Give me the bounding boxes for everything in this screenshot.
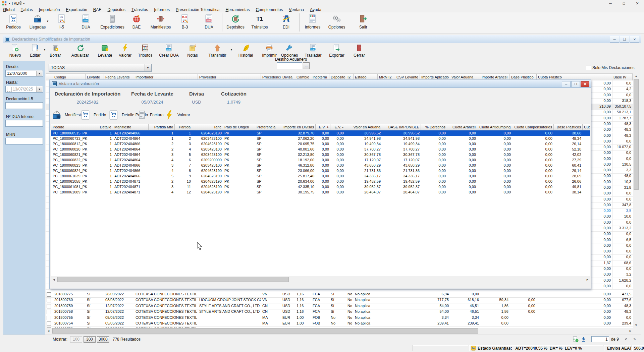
bg-column-header[interactable]: Importador	[134, 74, 198, 80]
child-close-icon[interactable]: ✕	[630, 36, 639, 43]
toolbar-item-dae[interactable]: DAE	[124, 12, 149, 33]
valoracion-row[interactable]: PC_1800061058_PK1ADT20240487121062046231…	[51, 179, 590, 184]
modal-column-header[interactable]: Taric	[192, 124, 223, 130]
child-toolbar-historial[interactable]: Historial	[232, 43, 259, 60]
menu-tr-nsitos[interactable]: Tránsitos	[128, 7, 151, 12]
toolbar-item-expediciones[interactable]: Expediciones	[100, 12, 124, 33]
toolbar-item-opciones[interactable]: Opciones	[325, 12, 349, 33]
modal-column-header[interactable]: % Derechos	[421, 124, 447, 130]
menu-exportaci-n[interactable]: Exportación	[63, 7, 90, 12]
scroll-right-icon[interactable]: ►	[585, 277, 590, 282]
menu-complementos[interactable]: Complementos	[253, 7, 286, 12]
bg-column-header[interactable]: Fecha Levante	[104, 74, 134, 80]
modal-toolbar-pedido[interactable]: Pedido	[80, 108, 106, 122]
dua-interno-input[interactable]	[5, 120, 43, 127]
child-toolbar-cerrar[interactable]: Cerrar	[349, 43, 369, 60]
child-toolbar-borrar[interactable]: Borrar	[45, 43, 65, 60]
modal-column-header[interactable]: País de Origen	[223, 124, 255, 130]
hasta-date-input[interactable]: 13/07/2025 ▼	[5, 86, 43, 93]
bg-column-header[interactable]: Incoterm	[311, 74, 329, 80]
child-toolbar-tributos[interactable]: Tributos	[135, 43, 155, 60]
valoracion-row[interactable]: PC_1800060823_PK1ADT20240486637620342310…	[51, 163, 590, 168]
modal-column-header[interactable]: Pedido	[51, 124, 98, 130]
scrollbar-thumb[interactable]	[634, 79, 639, 190]
modal-column-header[interactable]: Preferencia	[255, 124, 280, 130]
bg-column-header[interactable]: Procedencia	[261, 74, 281, 80]
solo-mis-declaraciones-checkbox[interactable]: Solo Mis Declaraciones	[586, 65, 634, 70]
modal-column-header[interactable]: Valor en Aduana	[345, 124, 382, 130]
bg-column-header[interactable]: Levante	[86, 74, 104, 80]
download-icon[interactable]	[581, 336, 587, 342]
modal-column-header[interactable]: Manifiesto	[113, 124, 149, 130]
valoracion-row[interactable]: PC_1800060812_PK1ADT20240486623620462319…	[51, 141, 590, 146]
valoracion-row[interactable]: PC_1800061081_PK1ADT20240487131162046231…	[51, 184, 590, 189]
horizontal-scrollbar[interactable]: ◄ ►	[46, 328, 633, 334]
bg-column-header[interactable]: Importe Arancel	[480, 74, 510, 80]
bg-table-row[interactable]: 201800760Sí08/08/2022COTEXSA CONFECCIONE…	[46, 297, 639, 303]
scroll-up-icon[interactable]: ▲	[633, 73, 639, 79]
child-window-title-bar[interactable]: Declaraciones Simplificadas de Importaci…	[3, 35, 641, 44]
maximize-icon[interactable]: □	[617, 0, 631, 7]
modal-column-header[interactable]: Base Plásticos	[554, 124, 583, 130]
scrollbar-thumb[interactable]	[52, 328, 478, 334]
destino-browse-button[interactable]: ...	[303, 62, 310, 69]
child-toolbar-transmitir[interactable]: ▼Transmitir	[203, 43, 232, 60]
toolbar-item-manifiestos[interactable]: Manifiestos	[149, 12, 173, 33]
menu-ayuda[interactable]: Ayuda	[307, 7, 324, 12]
chevron-down-icon[interactable]: ▼	[36, 71, 42, 76]
bg-column-header[interactable]: Base Plástico	[510, 74, 537, 80]
row-checkbox[interactable]	[47, 292, 51, 297]
menu-global[interactable]: Global	[0, 7, 18, 12]
bg-column-header[interactable]: Cambio	[295, 74, 311, 80]
modal-column-header[interactable]: Partida Mto	[149, 124, 175, 130]
modal-column-header[interactable]: Cuota	[583, 124, 590, 130]
bg-table-row[interactable]: 201800755Sí05/05/2022COTEXSA CONFECCIONE…	[46, 315, 639, 321]
hasta-checkbox[interactable]	[7, 87, 12, 92]
bg-column-header[interactable]: Divisa	[281, 74, 295, 80]
valoracion-row[interactable]: PC_1800060733_PK1ADT20240486412620342310…	[51, 136, 590, 141]
modal-column-header[interactable]: Detalle	[98, 124, 113, 130]
valoracion-row[interactable]: PC_1800060821_PK1ADT20240486435620342310…	[51, 152, 590, 157]
vertical-scrollbar[interactable]: ▲ ▼	[633, 73, 639, 328]
child-toolbar-valorar[interactable]: Valorar	[115, 43, 135, 60]
bg-table-row[interactable]: 201800759Sí12/07/2022COTEXSA CONFECCIONE…	[46, 303, 639, 309]
toolbar-item-pedidos[interactable]: Pedidos	[1, 12, 25, 33]
valoracion-row[interactable]: PC_1800061039_PK1ADT20240486659620462319…	[51, 173, 590, 179]
bg-table-row[interactable]: 201800775Sí28/09/2022COTEXSA CONFECCIONE…	[46, 291, 639, 298]
menu-importaci-n[interactable]: Importación	[36, 7, 63, 12]
child-toolbar-actualizar[interactable]: Actualizar	[65, 43, 95, 60]
toolbar-item-edi[interactable]: EDI	[274, 12, 298, 33]
scrollbar-thumb[interactable]	[57, 277, 289, 282]
close-icon[interactable]: ✕	[631, 0, 644, 7]
modal-toolbar-valorar[interactable]: Valorar	[164, 108, 190, 122]
valoracion-row[interactable]: PC_1800060820_PK1ADT20240486424620342310…	[51, 146, 590, 152]
modal-restore-icon[interactable]: ❐	[571, 81, 580, 87]
scroll-down-icon[interactable]: ▼	[633, 322, 639, 328]
page-size-button-300[interactable]: 300	[84, 336, 96, 343]
modal-column-header[interactable]: Cuota Antidumping	[477, 124, 512, 130]
toolbar-item-llegadas[interactable]: ▼Llegadas	[25, 12, 50, 33]
modal-minimize-icon[interactable]: ─	[562, 81, 571, 87]
page-number-input[interactable]: 1	[591, 336, 609, 342]
mrn-input[interactable]	[5, 138, 43, 144]
row-checkbox[interactable]	[47, 304, 51, 308]
menu-presentaci-n-telem-tica[interactable]: Presentación Telemática	[173, 7, 223, 12]
modal-toolbar-manifiesto[interactable]: Manifiesto	[51, 108, 83, 122]
modal-column-header[interactable]: Cuota Compensatorios	[512, 124, 554, 130]
child-minimize-icon[interactable]: ─	[610, 36, 619, 43]
child-toolbar-nuevo[interactable]: Nuevo	[5, 43, 25, 60]
bg-column-header[interactable]: Cuota Plástico	[537, 74, 612, 80]
child-toolbar-editar[interactable]: ▼Editar	[25, 43, 45, 60]
bg-column-header[interactable]: Proveedor	[198, 74, 261, 80]
toolbar-item-tr-nsitos[interactable]: T1Tránsitos	[248, 12, 272, 33]
modal-column-header[interactable]: Importe en Divisas	[280, 124, 316, 130]
child-toolbar-crear-dua[interactable]: DUASCrear DUA	[155, 43, 182, 60]
page-prev-icon[interactable]: <	[622, 336, 630, 343]
declaracion-i5-input[interactable]	[5, 102, 43, 109]
child-restore-icon[interactable]: ❐	[620, 36, 629, 43]
scroll-left-icon[interactable]: ◄	[51, 277, 57, 282]
menu-tablas[interactable]: Tablas	[18, 7, 36, 12]
toolbar-item-b-3[interactable]: B-3B-3	[173, 12, 197, 33]
valoracion-row[interactable]: PC_1800060515_PK1ADT20240486611620462319…	[51, 130, 590, 136]
modal-column-header[interactable]: E.V. +	[316, 124, 330, 130]
